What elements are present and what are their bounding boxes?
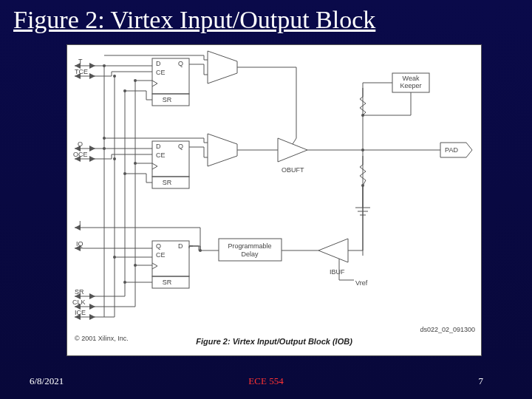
vref-label: Vref — [355, 279, 368, 287]
svg-text:OBUFT: OBUFT — [282, 166, 304, 174]
svg-text:SR: SR — [163, 179, 172, 186]
svg-point-67 — [123, 281, 126, 284]
svg-marker-17 — [89, 293, 95, 299]
pin-o: O — [75, 140, 95, 151]
svg-text:CLK: CLK — [72, 299, 86, 306]
svg-text:CE: CE — [156, 151, 166, 159]
svg-point-45 — [134, 79, 137, 82]
svg-text:CE: CE — [156, 251, 166, 259]
svg-point-47 — [103, 147, 106, 150]
copyright-label: © 2001 Xilinx, Inc. — [75, 335, 129, 342]
ff-t: D Q CE SR — [152, 58, 189, 106]
svg-point-49 — [134, 162, 137, 165]
docref-label: ds022_02_091300 — [420, 326, 475, 333]
pin-tce: TCE — [75, 68, 95, 79]
footer: 6/8/2021 ECE 554 7 — [0, 375, 532, 393]
pin-ice: ICE — [75, 309, 95, 320]
page-title: Figure 2: Virtex Input/Output Block — [13, 6, 375, 34]
svg-marker-4 — [89, 73, 95, 79]
svg-text:SR: SR — [163, 96, 172, 103]
svg-text:D: D — [178, 242, 183, 250]
svg-text:SR: SR — [163, 279, 172, 286]
svg-text:PAD: PAD — [445, 146, 458, 154]
svg-text:Delay: Delay — [241, 250, 259, 258]
pin-t: T — [75, 58, 95, 69]
svg-point-50 — [123, 172, 126, 175]
svg-point-51 — [103, 137, 106, 140]
pin-iq: IQ — [75, 240, 95, 251]
pad: PAD — [363, 143, 472, 157]
obuft-buffer: OBUFT — [278, 138, 307, 174]
svg-point-43 — [103, 64, 106, 67]
diagram-figure: .w{stroke:#555;stroke-width:1;fill:none}… — [66, 44, 482, 356]
svg-text:TCE: TCE — [75, 68, 88, 75]
ibuf-buffer: IBUF — [318, 185, 363, 276]
weak-keeper: Weak Keeper — [363, 73, 429, 115]
pin-sr: SR — [75, 288, 95, 299]
svg-marker-7 — [89, 146, 95, 151]
svg-text:OCE: OCE — [73, 151, 88, 158]
svg-text:Q: Q — [178, 143, 183, 150]
footer-date: 6/8/2021 — [30, 375, 64, 387]
svg-point-44 — [113, 75, 116, 78]
footer-course: ECE 554 — [248, 375, 283, 387]
svg-text:Weak: Weak — [403, 75, 420, 82]
svg-text:I: I — [79, 219, 81, 227]
svg-marker-23 — [89, 314, 95, 320]
svg-marker-1 — [89, 63, 95, 69]
svg-text:SR: SR — [75, 288, 84, 296]
svg-text:T: T — [78, 58, 83, 65]
svg-text:IBUF: IBUF — [330, 268, 345, 276]
ff-o: D Q CE SR — [152, 141, 189, 188]
svg-text:Keeper: Keeper — [400, 82, 421, 89]
svg-point-66 — [134, 264, 137, 267]
svg-point-46 — [123, 89, 126, 92]
svg-text:IQ: IQ — [76, 240, 83, 248]
pin-clk: CLK — [72, 299, 95, 310]
figure-caption: Figure 2: Virtex Input/Output Block (IOB… — [196, 337, 352, 346]
footer-page: 7 — [479, 375, 484, 387]
mux-t — [208, 51, 237, 83]
svg-marker-10 — [89, 156, 95, 162]
svg-text:CE: CE — [156, 69, 166, 76]
pin-oce: OCE — [73, 151, 95, 162]
programmable-delay: Programmable Delay — [219, 239, 282, 261]
svg-text:Q: Q — [156, 242, 161, 250]
iob-schematic: .w{stroke:#555;stroke-width:1;fill:none}… — [67, 45, 481, 355]
svg-marker-20 — [89, 304, 95, 310]
svg-text:D: D — [156, 60, 161, 67]
mux-o — [208, 134, 237, 166]
svg-text:ICE: ICE — [75, 309, 86, 316]
slide: Figure 2: Virtex Input/Output Block .w{s… — [0, 0, 532, 399]
pin-i: I — [75, 219, 95, 231]
svg-text:O: O — [78, 140, 83, 148]
svg-text:Q: Q — [178, 60, 183, 67]
svg-text:D: D — [156, 143, 161, 150]
svg-point-65 — [113, 256, 116, 259]
ff-iq: Q D CE SR — [152, 241, 189, 288]
svg-text:Programmable: Programmable — [228, 242, 271, 250]
svg-point-48 — [113, 157, 116, 160]
